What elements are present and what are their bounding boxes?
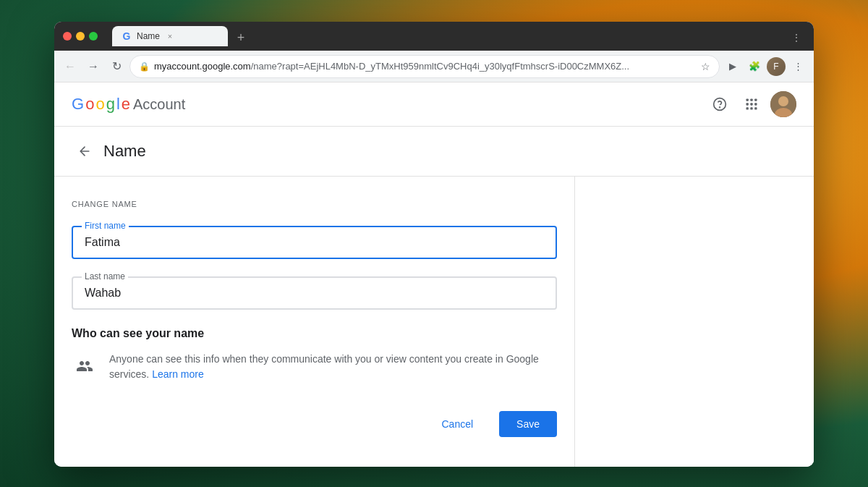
help-button[interactable]: [707, 91, 733, 117]
svg-rect-2: [746, 99, 749, 101]
svg-point-1: [720, 107, 720, 108]
people-icon: [72, 353, 98, 379]
cancel-button[interactable]: Cancel: [427, 411, 488, 437]
tab-bar: G Name × + ⋮: [112, 26, 805, 46]
last-name-field[interactable]: Last name: [72, 276, 557, 310]
section-label: CHANGE NAME: [72, 200, 557, 208]
browser-menu-icon[interactable]: ⋮: [788, 29, 805, 46]
svg-rect-7: [754, 103, 757, 105]
lock-icon: 🔒: [139, 62, 150, 72]
logo-l-blue: l: [116, 95, 120, 114]
learn-more-label: Learn more: [152, 368, 204, 380]
title-bar: G Name × + ⋮: [54, 22, 814, 51]
page-title: Name: [103, 142, 146, 161]
user-avatar-small[interactable]: F: [767, 57, 786, 76]
privacy-description: Anyone can see this info when they commu…: [109, 352, 557, 382]
bookmark-icon[interactable]: ☆: [701, 61, 710, 72]
address-path: /name?rapt=AEjHL4MbN-D_yTMxHt959nmltCv9C…: [251, 61, 629, 72]
toolbar-icons: ▶ 🧩 F ⋮: [723, 56, 808, 77]
address-domain: myaccount.google.com: [154, 61, 251, 72]
apps-button[interactable]: [739, 91, 765, 117]
browser-window: G Name × + ⋮ ← → ↻ 🔒 myaccount.google.co…: [54, 22, 814, 467]
address-bar[interactable]: 🔒 myaccount.google.com/name?rapt=AEjHL4M…: [129, 55, 720, 78]
who-can-see-section: Who can see your name Anyone can see thi…: [72, 327, 557, 382]
account-label: Account: [133, 96, 185, 113]
svg-point-12: [778, 96, 788, 106]
google-favicon-icon: G: [123, 30, 131, 42]
extensions-icon[interactable]: ▶: [723, 56, 743, 77]
refresh-button[interactable]: ↻: [106, 56, 127, 77]
svg-rect-6: [750, 103, 752, 105]
main-content: CHANGE NAME First name Last name: [54, 177, 814, 467]
first-name-field-wrapper: First name: [72, 226, 557, 259]
last-name-field-wrapper: Last name: [72, 276, 557, 310]
logo-o-yellow: o: [95, 95, 104, 114]
svg-rect-5: [746, 103, 749, 105]
logo-o-red: o: [85, 95, 94, 114]
page-title-bar: Name: [54, 127, 814, 177]
traffic-lights: [63, 32, 98, 41]
profile-icon[interactable]: F: [766, 56, 786, 77]
last-name-label: Last name: [82, 271, 128, 281]
content-panel: CHANGE NAME First name Last name: [54, 177, 575, 467]
first-name-field[interactable]: First name: [72, 226, 557, 259]
logo-e-red: e: [122, 95, 130, 114]
last-name-input[interactable]: [85, 287, 544, 300]
minimize-window-button[interactable]: [76, 32, 85, 41]
user-avatar[interactable]: [770, 91, 796, 117]
back-navigation-button[interactable]: [72, 138, 98, 164]
svg-rect-9: [750, 107, 752, 109]
save-button[interactable]: Save: [499, 411, 557, 437]
close-window-button[interactable]: [63, 32, 72, 41]
tab-close-button[interactable]: ×: [164, 30, 176, 42]
privacy-row: Anyone can see this info when they commu…: [72, 352, 557, 382]
learn-more-link[interactable]: Learn more: [152, 368, 204, 380]
logo-g-blue: G: [72, 95, 84, 114]
page-content: Google Account: [54, 82, 814, 467]
address-bar-row: ← → ↻ 🔒 myaccount.google.com/name?rapt=A…: [54, 51, 814, 82]
svg-rect-8: [746, 107, 749, 109]
new-tab-button[interactable]: +: [232, 29, 250, 46]
maximize-window-button[interactable]: [89, 32, 98, 41]
chrome-menu-icon[interactable]: ⋮: [788, 56, 808, 77]
who-can-see-title: Who can see your name: [72, 327, 557, 340]
puzzle-icon[interactable]: 🧩: [744, 56, 765, 77]
google-account-header: Google Account: [54, 82, 814, 127]
first-name-label: First name: [82, 221, 129, 231]
action-buttons: Cancel Save: [72, 411, 557, 437]
logo-g-green: g: [106, 95, 115, 114]
svg-rect-3: [750, 99, 752, 101]
address-text: myaccount.google.com/name?rapt=AEjHL4MbN…: [154, 61, 697, 72]
forward-button[interactable]: →: [83, 56, 103, 77]
first-name-input[interactable]: [85, 236, 544, 249]
svg-rect-4: [754, 99, 757, 101]
tab-title: Name: [137, 31, 160, 41]
back-button[interactable]: ←: [60, 56, 80, 77]
right-panel: [575, 177, 814, 467]
svg-rect-10: [754, 107, 757, 109]
header-actions: [707, 91, 796, 117]
active-tab[interactable]: G Name ×: [112, 26, 228, 46]
tab-favicon: G: [121, 30, 132, 42]
google-logo: Google: [72, 95, 130, 114]
